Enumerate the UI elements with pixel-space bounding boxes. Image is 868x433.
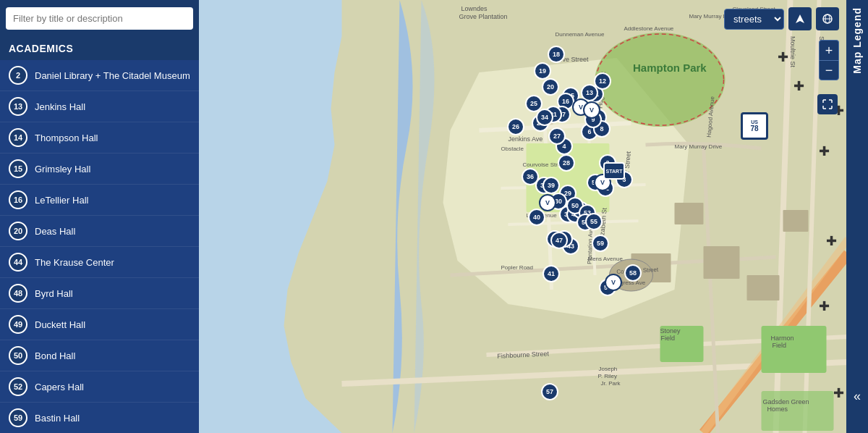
svg-text:Stoney: Stoney (660, 327, 681, 335)
item-label-52: Capers Hall (35, 382, 84, 392)
svg-text:Grove Plantation: Grove Plantation (459, 13, 508, 20)
svg-text:P. Riley: P. Riley (598, 373, 618, 379)
map-pin-40-29[interactable]: 40 (528, 209, 545, 226)
item-label-44: The Krause Center (35, 257, 114, 268)
map-pin-18-13[interactable]: 18 (548, 46, 565, 63)
item-badge-50: 50 (9, 346, 27, 365)
item-badge-52: 52 (9, 377, 27, 396)
svg-rect-24 (675, 203, 704, 224)
map-pin-V-50[interactable]: V (539, 194, 556, 211)
item-label-2: Daniel Library + The Citadel Museum (35, 70, 190, 81)
map-pin-39-28[interactable]: 39 (542, 177, 560, 194)
zoom-out-button[interactable]: − (819, 60, 839, 80)
item-badge-20: 20 (9, 222, 27, 240)
map-pin-41-30[interactable]: 41 (542, 265, 560, 282)
map-pin-34-25[interactable]: 34 (536, 109, 553, 126)
svg-text:Field: Field (661, 335, 676, 342)
list-item-49[interactable]: 49Duckett Hall (0, 309, 199, 340)
svg-text:Jenkins Ave: Jenkins Ave (509, 135, 543, 143)
list-item-52[interactable]: 52Capers Hall (0, 371, 199, 403)
list-item-50[interactable]: 50Bond Hall (0, 340, 199, 371)
list-item-59[interactable]: 59Bastin Hall (0, 403, 199, 433)
svg-text:Popler Road: Popler Road (501, 264, 533, 271)
map-pin-28-21[interactable]: 28 (558, 154, 575, 172)
item-label-14: Thompson Hall (35, 133, 98, 143)
svg-rect-26 (747, 275, 780, 300)
item-badge-13: 13 (9, 97, 27, 116)
list-item-2[interactable]: 2Daniel Library + The Citadel Museum (0, 60, 199, 91)
list-item-13[interactable]: 13Jenkins Hall (0, 91, 199, 122)
svg-text:Moultrie St: Moultrie St (789, 36, 796, 68)
svg-text:Field: Field (773, 342, 787, 349)
map-pin-57-44[interactable]: 57 (541, 383, 558, 400)
svg-text:Jr. Park: Jr. Park (601, 380, 621, 387)
navigate-button[interactable] (788, 7, 812, 30)
us-route-badge: US 78 (741, 112, 768, 140)
item-label-13: Jenkins Hall (35, 101, 85, 112)
map-pin-59-46[interactable]: 59 (592, 235, 609, 252)
svg-text:Mens Avenue: Mens Avenue (588, 256, 624, 262)
map-controls: streetssatellitehybridtopo (724, 7, 839, 30)
globe-button[interactable] (816, 7, 839, 30)
legend-collapse-button[interactable]: « (854, 389, 861, 404)
item-label-50: Bond Hall (35, 350, 75, 361)
legend-title: Map Legend (851, 7, 863, 74)
svg-point-3 (595, 33, 726, 127)
svg-rect-25 (704, 246, 740, 279)
item-badge-49: 49 (9, 315, 27, 334)
list-item-44[interactable]: 44The Krause Center (0, 247, 199, 278)
map-pin-START-52[interactable]: START (603, 162, 625, 180)
filter-input[interactable] (6, 7, 193, 30)
zoom-in-button[interactable]: + (819, 40, 839, 60)
item-badge-15: 15 (9, 159, 27, 178)
item-label-59: Bastin Hall (35, 413, 80, 424)
sidebar: ACADEMICS2Daniel Library + The Citadel M… (0, 0, 199, 433)
map-pin-47-34[interactable]: 47 (550, 232, 568, 249)
list-item-48[interactable]: 48Byrd Hall (0, 278, 199, 309)
svg-marker-62 (796, 14, 804, 23)
svg-text:Gadsden Green: Gadsden Green (763, 398, 809, 405)
item-label-20: Deas Hall (35, 226, 75, 237)
list-item-16[interactable]: 16LeTellier Hall (0, 185, 199, 216)
item-badge-2: 2 (9, 66, 27, 85)
map-pin-26-19[interactable]: 26 (507, 118, 524, 135)
map-pin-20-15[interactable]: 20 (542, 78, 559, 96)
list-item-14[interactable]: 14Thompson Hall (0, 122, 199, 154)
svg-text:Mary Murray Drive: Mary Murray Drive (675, 143, 723, 150)
zoom-controls: + − (819, 40, 839, 80)
item-badge-48: 48 (9, 284, 27, 303)
map-pin-19-14[interactable]: 19 (534, 62, 551, 80)
svg-rect-21 (762, 326, 827, 373)
item-label-48: Byrd Hall (35, 288, 73, 299)
list-item-20[interactable]: 20Deas Hall (0, 216, 199, 247)
svg-rect-27 (783, 210, 809, 232)
item-label-16: LeTellier Hall (35, 195, 88, 206)
map-type-select[interactable]: streetssatellitehybridtopo (724, 9, 784, 30)
svg-text:Addlestone Avenue: Addlestone Avenue (624, 25, 674, 32)
svg-text:Homes: Homes (767, 405, 788, 413)
item-badge-59: 59 (9, 408, 27, 427)
svg-text:Joseph: Joseph (599, 366, 618, 372)
item-badge-14: 14 (9, 128, 27, 147)
svg-text:Dunneman Avenue: Dunneman Avenue (556, 31, 605, 38)
map-pin-V-48[interactable]: V (583, 101, 600, 119)
item-label-49: Duckett Hall (35, 319, 85, 330)
section-header-academics: ACADEMICS (0, 37, 199, 60)
map-pin-58-45[interactable]: 58 (624, 264, 642, 282)
map-legend: Map Legend « (846, 0, 868, 433)
list-item-15[interactable]: 15Grimsley Hall (0, 154, 199, 185)
item-badge-16: 16 (9, 190, 27, 209)
item-label-15: Grimsley Hall (35, 164, 90, 175)
map-pin-55-42[interactable]: 55 (585, 213, 603, 230)
sidebar-content: ACADEMICS2Daniel Library + The Citadel M… (0, 37, 199, 433)
map-pin-V-51[interactable]: V (605, 274, 622, 291)
svg-text:Harmon: Harmon (771, 335, 794, 342)
svg-text:Lowndes: Lowndes (461, 5, 488, 12)
fullscreen-button[interactable] (817, 94, 838, 114)
map-container: Fishbourne Street Congress Street Planta… (199, 0, 868, 433)
item-badge-44: 44 (9, 253, 27, 272)
map-pin-27-20[interactable]: 27 (548, 127, 566, 145)
svg-text:Obstacle: Obstacle (501, 146, 524, 152)
